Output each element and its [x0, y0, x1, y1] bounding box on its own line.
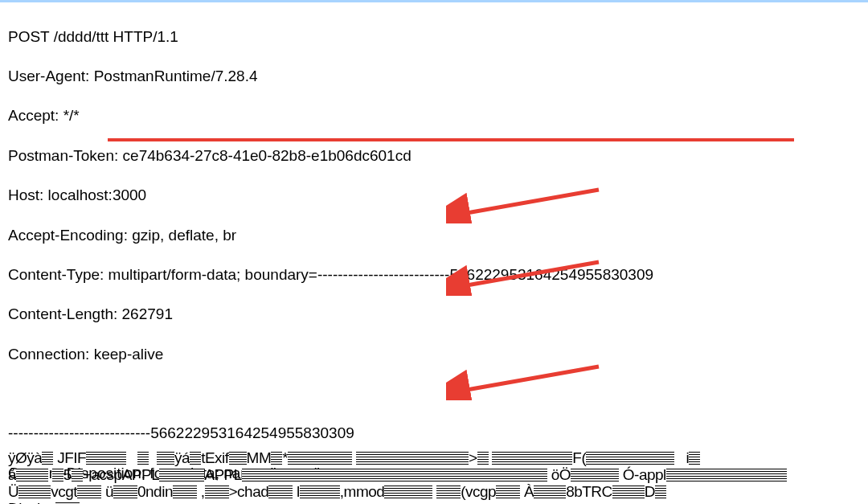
binary-char: öÖ — [551, 466, 571, 483]
header-accept-encoding: Accept-Encoding: gzip, deflate, br — [8, 226, 860, 246]
binary-jfif: JFIF — [53, 450, 86, 466]
binary-chad: >chad — [229, 483, 269, 500]
binary-data-section: ÿØÿà JFIF ÿátExifMM* > F( i å 5+acspAPPL… — [0, 450, 868, 504]
binary-char: * — [282, 450, 288, 466]
binary-display: Display — [8, 500, 55, 504]
binary-appl: APPL — [204, 466, 242, 483]
header-postman-token: Postman-Token: ce74b634-27c8-41e0-82b8-e… — [8, 146, 860, 166]
binary-acsp: +acspAPPL — [83, 466, 159, 483]
binary-char: D — [645, 483, 655, 500]
binary-char: F( — [572, 450, 586, 466]
header-host: Host: localhost:3000 — [8, 186, 860, 206]
binary-appl: Ó-appl — [623, 466, 666, 483]
binary-char: å — [8, 466, 16, 483]
binary-vcgp: (vcgp — [461, 483, 496, 500]
binary-char: Ü — [8, 483, 18, 500]
binary-char: 5 — [63, 466, 72, 483]
http-request-content: POST /dddd/ttt HTTP/1.1 User-Agent: Post… — [0, 2, 868, 504]
boundary-1: ----------------------------566222953164… — [8, 424, 860, 444]
binary-char: ÿØÿà — [8, 450, 42, 466]
binary-trc: 8bTRC — [566, 483, 612, 500]
binary-mmod: ,mmod — [340, 483, 385, 500]
binary-char: À — [524, 483, 534, 500]
binary-vcgt: vcgt — [51, 483, 77, 500]
binary-exif: tExif — [201, 450, 228, 466]
binary-char: ÿá — [174, 450, 190, 466]
header-content-type: Content-Type: multipart/form-data; bound… — [8, 265, 860, 285]
blank-line — [8, 384, 860, 404]
header-user-agent: User-Agent: PostmanRuntime/7.28.4 — [8, 67, 860, 87]
binary-mm: MM — [247, 450, 272, 466]
header-content-length: Content-Length: 262791 — [8, 305, 860, 325]
binary-char: ü — [105, 483, 113, 500]
header-accept: Accept: */* — [8, 106, 860, 126]
binary-char: > — [469, 450, 477, 466]
header-connection: Connection: keep-alive — [8, 345, 860, 365]
red-underline-annotation — [108, 138, 794, 141]
binary-ndin: 0ndin — [137, 483, 173, 500]
request-line: POST /dddd/ttt HTTP/1.1 — [8, 27, 860, 47]
